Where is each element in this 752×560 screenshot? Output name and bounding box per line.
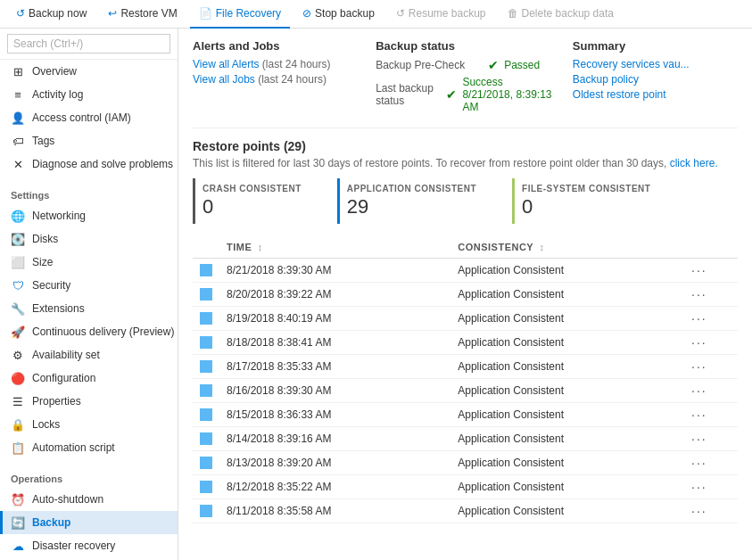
summary-col: Summary Recovery services vau... Backup … xyxy=(573,39,738,117)
sidebar-item-locks-label: Locks xyxy=(32,418,60,431)
sidebar-item-disks[interactable]: 💽 Disks xyxy=(0,227,178,251)
row-actions-7[interactable]: ··· xyxy=(684,427,738,451)
more-button-4[interactable]: ··· xyxy=(691,359,707,374)
app-consistent-stat: APPLICATION CONSISTENT 29 xyxy=(337,178,491,224)
view-all-jobs-link[interactable]: View all Jobs (last 24 hours) xyxy=(193,73,358,86)
summary-item-3[interactable]: Oldest restore point xyxy=(573,88,738,101)
more-button-5[interactable]: ··· xyxy=(691,383,707,398)
main-content: Alerts and Jobs View all Alerts (last 24… xyxy=(178,29,752,560)
view-all-alerts-link[interactable]: View all Alerts (last 24 hours) xyxy=(193,58,358,70)
time-sort-icon: ↕ xyxy=(258,242,263,252)
security-icon: 🛡 xyxy=(11,278,25,292)
row-actions-1[interactable]: ··· xyxy=(684,283,738,307)
tab-resume-backup-label: Resume backup xyxy=(409,7,486,20)
view-all-alerts-text: View all Alerts xyxy=(193,58,259,70)
row-actions-9[interactable]: ··· xyxy=(684,475,738,499)
filter-note-link[interactable]: click here. xyxy=(670,157,718,169)
more-button-0[interactable]: ··· xyxy=(691,263,707,277)
sidebar-item-networking-label: Networking xyxy=(32,210,86,222)
row-color-1 xyxy=(193,283,219,307)
row-actions-3[interactable]: ··· xyxy=(684,331,738,355)
table-row: 8/16/2018 8:39:30 AM Application Consist… xyxy=(193,379,738,403)
sidebar-item-configuration[interactable]: 🔴 Configuration xyxy=(0,366,178,390)
sidebar-item-locks[interactable]: 🔒 Locks xyxy=(0,413,178,436)
info-row: Alerts and Jobs View all Alerts (last 24… xyxy=(193,39,738,128)
summary-item-2[interactable]: Backup policy xyxy=(573,73,738,86)
fs-consistent-label: FILE-SYSTEM CONSISTENT xyxy=(522,184,650,194)
row-actions-0[interactable]: ··· xyxy=(684,259,738,283)
restore-points-section: Restore points (29) This list is filtere… xyxy=(193,139,738,523)
row-color-9 xyxy=(193,475,219,499)
sidebar-item-overview[interactable]: ⊞ Overview xyxy=(0,60,178,83)
col-header-color xyxy=(193,236,219,259)
sidebar-item-activity-log[interactable]: ≡ Activity log xyxy=(0,83,178,106)
more-button-6[interactable]: ··· xyxy=(691,408,707,422)
more-button-7[interactable]: ··· xyxy=(691,432,707,446)
row-time-0: 8/21/2018 8:39:30 AM xyxy=(219,259,450,283)
summary-item-1[interactable]: Recovery services vau... xyxy=(573,58,738,70)
tab-backup-now[interactable]: ↺ Backup now xyxy=(7,0,95,29)
sidebar-item-networking[interactable]: 🌐 Networking xyxy=(0,204,178,227)
app-consistent-value: 29 xyxy=(347,195,476,218)
row-actions-6[interactable]: ··· xyxy=(684,403,738,427)
more-button-3[interactable]: ··· xyxy=(691,335,707,350)
more-button-2[interactable]: ··· xyxy=(691,311,707,325)
sidebar-item-properties[interactable]: ☰ Properties xyxy=(0,390,178,413)
crash-consistent-label: CRASH CONSISTENT xyxy=(202,184,302,194)
row-time-2: 8/19/2018 8:40:19 AM xyxy=(219,307,450,331)
backup-status-col: Backup status Backup Pre-Check ✔ Passed … xyxy=(376,39,573,117)
more-button-1[interactable]: ··· xyxy=(691,287,707,301)
sidebar-item-access-control[interactable]: 👤 Access control (IAM) xyxy=(0,106,178,129)
more-button-9[interactable]: ··· xyxy=(691,480,707,494)
tab-stop-backup[interactable]: ⊘ Stop backup xyxy=(293,0,384,29)
table-row: 8/19/2018 8:40:19 AM Application Consist… xyxy=(193,307,738,331)
table-row: 8/20/2018 8:39:22 AM Application Consist… xyxy=(193,283,738,307)
tab-file-recovery[interactable]: 📄 File Recovery xyxy=(190,0,290,29)
tags-icon: 🏷 xyxy=(11,134,25,148)
row-color-8 xyxy=(193,451,219,475)
sidebar-item-security[interactable]: 🛡 Security xyxy=(0,274,178,297)
sidebar-item-extensions[interactable]: 🔧 Extensions xyxy=(0,297,178,320)
crash-consistent-stat: CRASH CONSISTENT 0 xyxy=(193,178,316,224)
row-actions-8[interactable]: ··· xyxy=(684,451,738,475)
sidebar-item-backup[interactable]: 🔄 Backup xyxy=(0,511,178,534)
sidebar-item-tags[interactable]: 🏷 Tags xyxy=(0,129,178,152)
sidebar-item-automation-script[interactable]: 📋 Automation script xyxy=(0,436,178,459)
row-color-5 xyxy=(193,379,219,403)
row-actions-2[interactable]: ··· xyxy=(684,307,738,331)
sidebar-search-container xyxy=(0,29,178,60)
filter-note-text: This list is filtered for last 30 days o… xyxy=(193,157,666,169)
resume-backup-icon: ↺ xyxy=(396,7,405,20)
row-time-6: 8/15/2018 8:36:33 AM xyxy=(219,403,450,427)
row-actions-5[interactable]: ··· xyxy=(684,379,738,403)
sidebar-item-disaster-recovery[interactable]: ☁ Disaster recovery xyxy=(0,534,178,557)
more-button-8[interactable]: ··· xyxy=(691,456,707,470)
sidebar-item-size[interactable]: ⬜ Size xyxy=(0,251,178,274)
col-header-time[interactable]: TIME ↕ xyxy=(219,236,450,259)
properties-icon: ☰ xyxy=(11,394,25,408)
tab-restore-vm[interactable]: ↩ Restore VM xyxy=(99,0,186,29)
sidebar-item-extensions-label: Extensions xyxy=(32,302,85,315)
sidebar-item-automation-script-label: Automation script xyxy=(32,441,115,454)
search-input[interactable] xyxy=(7,34,170,54)
col-header-consistency[interactable]: CONSISTENCY ↕ xyxy=(450,236,684,259)
tab-delete-backup-data[interactable]: 🗑 Delete backup data xyxy=(499,0,623,29)
row-time-10: 8/11/2018 8:35:58 AM xyxy=(219,499,450,523)
row-actions-10[interactable]: ··· xyxy=(684,499,738,523)
row-actions-4[interactable]: ··· xyxy=(684,355,738,379)
sidebar-item-auto-shutdown[interactable]: ⏰ Auto-shutdown xyxy=(0,488,178,511)
file-recovery-icon: 📄 xyxy=(199,7,212,20)
sidebar-item-availability-set[interactable]: ⚙ Availability set xyxy=(0,343,178,366)
diagnose-icon: ✕ xyxy=(11,157,25,171)
row-time-1: 8/20/2018 8:39:22 AM xyxy=(219,283,450,307)
summary-title: Summary xyxy=(573,39,738,53)
tab-resume-backup[interactable]: ↺ Resume backup xyxy=(387,0,495,29)
color-indicator-4 xyxy=(200,360,212,373)
sidebar-item-continuous-delivery[interactable]: 🚀 Continuous delivery (Preview) xyxy=(0,320,178,343)
sidebar-item-tags-label: Tags xyxy=(32,135,54,147)
sidebar-item-disaster-recovery-label: Disaster recovery xyxy=(32,539,115,552)
sidebar-item-diagnose[interactable]: ✕ Diagnose and solve problems xyxy=(0,152,178,176)
table-row: 8/12/2018 8:35:22 AM Application Consist… xyxy=(193,475,738,499)
more-button-10[interactable]: ··· xyxy=(691,504,707,518)
row-consistency-10: Application Consistent xyxy=(450,499,684,523)
